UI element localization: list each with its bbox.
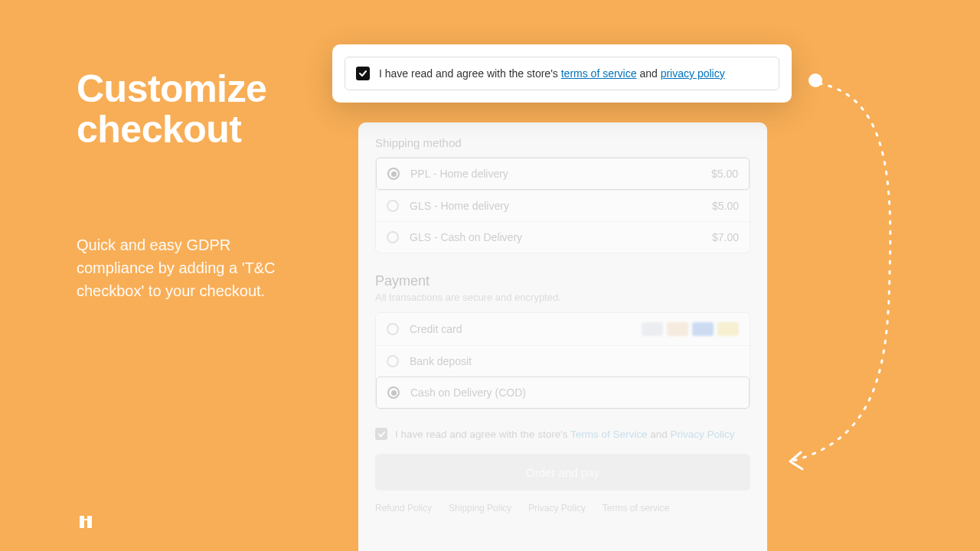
tc-checkbox-container[interactable]: I have read and agree with the store's t… [345,57,779,90]
privacy-policy-link[interactable]: privacy policy [661,67,725,80]
brand-logo-icon [77,513,95,531]
card-icons [642,322,739,336]
tc-prefix: I have read and agree with the store's [379,67,561,80]
shipping-options: PPL - Home delivery$5.00GLS - Home deliv… [375,157,750,253]
footer-link[interactable]: Refund Policy [375,503,432,514]
footer-link[interactable]: Shipping Policy [449,503,511,514]
callout-arrow-icon [767,73,920,478]
footer-link[interactable]: Terms of service [603,503,669,514]
shipping-option[interactable]: GLS - Home delivery$5.00 [376,190,750,221]
shipping-title: Shipping method [375,136,750,149]
radio-icon [387,386,400,399]
footer-links: Refund PolicyShipping PolicyPrivacy Poli… [375,503,750,514]
payment-note: All transactions are secure and encrypte… [375,292,750,303]
option-label: GLS - Home delivery [410,200,712,212]
tc-checkbox-row[interactable]: I have read and agree with the store's T… [375,428,750,440]
checkbox-icon[interactable] [356,67,370,80]
checkout-panel: Shipping method PPL - Home delivery$5.00… [358,122,767,551]
shipping-option[interactable]: PPL - Home delivery$5.00 [376,158,750,190]
option-label: Cash on Delivery (COD) [410,386,738,399]
callout-dot-icon [808,73,822,87]
checkbox-icon[interactable] [375,428,387,440]
mastercard-icon [667,322,688,336]
terms-of-service-link[interactable]: terms of service [561,67,637,80]
payment-options: Credit cardBank depositCash on Delivery … [375,312,750,409]
visa-icon [642,322,663,336]
footer-link[interactable]: Privacy Policy [528,503,586,514]
option-price: $7.00 [712,231,739,243]
payment-option[interactable]: Credit card [376,313,750,345]
option-label: PPL - Home delivery [410,168,711,180]
option-price: $5.00 [712,200,739,212]
payment-title: Payment [375,273,750,289]
shipping-option[interactable]: GLS - Cash on Delivery$7.00 [376,221,750,253]
headline-line2: checkout [77,108,242,151]
order-and-pay-button[interactable]: Order and pay [375,454,750,491]
radio-icon [387,323,399,335]
tc-checkbox-popup: I have read and agree with the store's t… [332,44,792,103]
radio-icon [387,231,399,243]
radio-icon [387,168,400,180]
tc-mid: and [648,429,671,440]
option-label: GLS - Cash on Delivery [410,231,712,243]
radio-icon [387,355,399,367]
terms-of-service-link[interactable]: Terms of Service [570,429,648,440]
option-label: Bank deposit [410,355,739,367]
amex-icon [692,322,714,336]
tc-checkbox-label: I have read and agree with the store's T… [395,429,735,440]
page-headline: Customize checkout [77,69,306,149]
option-label: Credit card [410,323,642,335]
card-icon [717,322,739,336]
tc-checkbox-label: I have read and agree with the store's t… [379,67,725,80]
payment-option[interactable]: Cash on Delivery (COD) [376,377,750,409]
privacy-policy-link[interactable]: Privacy Policy [671,429,735,440]
payment-option[interactable]: Bank deposit [376,345,750,377]
tc-prefix: I have read and agree with the store's [395,429,570,440]
option-price: $5.00 [711,168,738,180]
headline-line1: Customize [77,67,266,110]
page-subtext: Quick and easy GDPR compliance by adding… [77,233,306,302]
radio-icon [387,200,399,212]
tc-mid: and [637,67,661,80]
